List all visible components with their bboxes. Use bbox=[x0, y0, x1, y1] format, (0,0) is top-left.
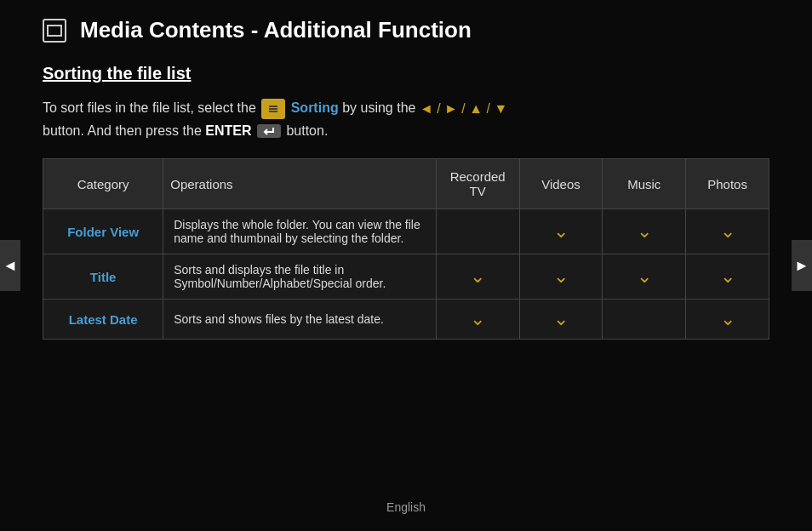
direction-arrows: ◄ / ► / ▲ / ▼ bbox=[420, 101, 507, 116]
check-icon: ⌄ bbox=[553, 308, 569, 329]
th-operations: Operations bbox=[163, 159, 437, 209]
operations-cell: Sorts and displays the file title in Sym… bbox=[163, 254, 437, 300]
operations-cell: Displays the whole folder. You can view … bbox=[163, 209, 437, 254]
th-videos: Videos bbox=[519, 159, 603, 209]
check-icon: ⌄ bbox=[553, 220, 569, 242]
table-row: TitleSorts and displays the file title i… bbox=[43, 254, 769, 300]
page-title: Media Contents - Additional Function bbox=[80, 17, 472, 43]
category-name: Title bbox=[90, 270, 117, 284]
operations-cell: Sorts and shows files by the latest date… bbox=[163, 300, 437, 340]
check-icon: ⌄ bbox=[637, 220, 652, 242]
left-arrow-icon: ◄ bbox=[3, 257, 18, 275]
desc-part3: button. And then press the bbox=[43, 123, 202, 138]
description-text: To sort files in the file list, select t… bbox=[43, 97, 769, 141]
check-icon: ⌄ bbox=[470, 308, 485, 329]
check-icon: ⌄ bbox=[720, 266, 735, 287]
title-icon bbox=[43, 19, 66, 43]
desc-part1: To sort files in the file list, select t… bbox=[43, 100, 256, 115]
th-recorded-tv: RecordedTV bbox=[436, 159, 519, 209]
check-icon: ⌄ bbox=[470, 266, 485, 287]
th-category: Category bbox=[43, 159, 163, 209]
recorded_tv-cell: ⌄ bbox=[436, 300, 519, 340]
nav-right-button[interactable]: ► bbox=[792, 240, 812, 291]
sort-options-table: Category Operations RecordedTV Videos Mu… bbox=[43, 158, 769, 340]
desc-part4: button. bbox=[286, 123, 328, 138]
recorded_tv-cell: ⌄ bbox=[436, 254, 519, 300]
category-name: Latest Date bbox=[69, 312, 138, 327]
photos-cell: ⌄ bbox=[686, 209, 769, 254]
sorting-icon bbox=[261, 99, 285, 119]
music-cell: ⌄ bbox=[603, 209, 686, 254]
category-name: Folder View bbox=[67, 225, 139, 239]
category-cell: Latest Date bbox=[43, 300, 163, 340]
footer-language: English bbox=[386, 500, 426, 514]
check-icon: ⌄ bbox=[637, 266, 652, 287]
check-icon: ⌄ bbox=[553, 266, 569, 287]
table-row: Latest DateSorts and shows files by the … bbox=[43, 300, 769, 340]
music-cell bbox=[603, 300, 686, 340]
videos-cell: ⌄ bbox=[519, 300, 603, 340]
desc-part2: by using the bbox=[342, 100, 415, 115]
page-title-row: Media Contents - Additional Function bbox=[43, 17, 769, 43]
section-title: Sorting the file list bbox=[43, 64, 769, 83]
check-icon: ⌄ bbox=[720, 308, 735, 329]
check-icon: ⌄ bbox=[720, 220, 735, 242]
table-row: Folder ViewDisplays the whole folder. Yo… bbox=[43, 209, 769, 254]
sorting-label: Sorting bbox=[291, 100, 339, 115]
enter-label: ENTER bbox=[205, 123, 251, 138]
enter-icon-button bbox=[257, 124, 281, 138]
category-cell: Folder View bbox=[43, 209, 163, 254]
videos-cell: ⌄ bbox=[519, 254, 603, 300]
videos-cell: ⌄ bbox=[519, 209, 603, 254]
photos-cell: ⌄ bbox=[686, 300, 769, 340]
recorded_tv-cell bbox=[436, 209, 519, 254]
music-cell: ⌄ bbox=[603, 254, 686, 300]
th-music: Music bbox=[603, 159, 686, 209]
right-arrow-icon: ► bbox=[794, 257, 809, 275]
category-cell: Title bbox=[43, 254, 163, 300]
th-photos: Photos bbox=[686, 159, 769, 209]
photos-cell: ⌄ bbox=[686, 254, 769, 300]
nav-left-button[interactable]: ◄ bbox=[0, 240, 20, 291]
svg-rect-0 bbox=[48, 26, 61, 36]
